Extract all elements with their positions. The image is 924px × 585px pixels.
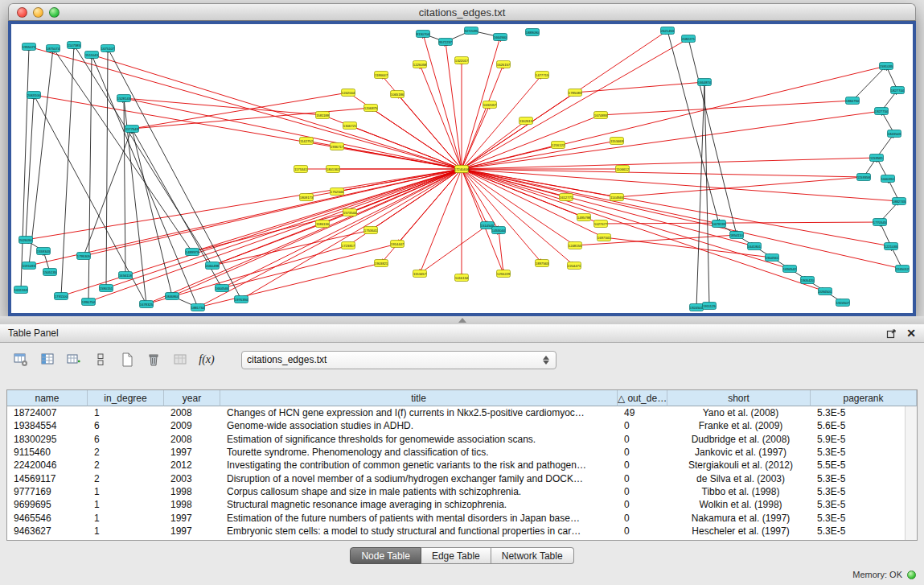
graph-edge[interactable] [601,222,880,224]
graph-node[interactable]: 1697341 [598,234,611,241]
create-table-icon[interactable] [117,350,137,369]
graph-node[interactable]: 1924501 [690,304,704,311]
tab-node-table[interactable]: Node Table [350,547,421,564]
graph-node[interactable]: 1175341 [294,166,308,173]
graph-node[interactable]: 1186647 [375,72,388,79]
graph-node[interactable]: 1675107 [101,45,115,52]
graph-edge[interactable] [106,48,108,288]
graph-edge[interactable] [575,82,704,93]
show-columns-icon[interactable] [38,350,57,369]
column-header-pagerank[interactable]: pagerank [811,390,917,406]
table-row[interactable]: 946362711997Embryonic stem cells: a mode… [7,525,905,538]
graph-node[interactable]: 1216122 [552,142,565,149]
window-titlebar[interactable]: citations_edges.txt [8,3,916,21]
graph-node[interactable]: 1016134 [455,274,469,282]
graph-node[interactable]: 1159358 [857,174,871,181]
graph-node[interactable]: 1306721 [343,122,357,130]
graph-node[interactable]: 1142752 [300,138,314,145]
graph-node[interactable]: 1631553 [14,286,28,294]
graph-node[interactable]: 2060498 [206,262,220,270]
graph-node[interactable]: 1027677 [594,220,608,228]
graph-edge[interactable] [146,169,462,304]
graph-node[interactable]: 1191093 [23,262,36,270]
graph-edge[interactable] [852,66,886,101]
graph-node[interactable]: 1897563 [536,260,549,267]
graph-edge[interactable] [29,169,462,266]
graph-edge[interactable] [34,95,462,169]
graph-node[interactable]: 1489973 [186,249,199,256]
graph-node[interactable]: 1641801 [748,243,762,250]
table-row[interactable]: 911546021997Tourette syndrome. Phenomeno… [7,446,905,459]
graph-node[interactable]: 1144946 [610,194,624,201]
graph-edge[interactable] [108,48,241,299]
function-builder-button[interactable]: f(x) [197,350,216,369]
graph-node[interactable]: 1477715 [536,72,549,79]
graph-edge[interactable] [192,212,350,252]
graph-node[interactable]: 1785083 [569,89,582,97]
graph-edge[interactable] [88,55,92,302]
graph-node[interactable]: 1674893 [594,112,608,119]
table-row[interactable]: 1830029562008Estimation of significance … [7,433,905,446]
graph-node[interactable]: 1581188 [316,112,330,119]
graph-node[interactable]: 1065186 [391,91,405,98]
graph-node[interactable]: 1914447 [391,241,405,248]
graph-node[interactable]: 1904941 [766,254,779,262]
graph-node[interactable]: 1801361 [326,166,340,173]
graph-edge[interactable] [132,129,172,296]
graph-edge[interactable] [462,169,542,263]
graph-node[interactable]: 1147385 [68,42,81,49]
table-options-icon[interactable] [11,350,31,369]
graph-node[interactable]: 1511043 [85,51,99,59]
graph-edge[interactable] [124,98,462,169]
graph-node[interactable]: 1162615 [519,117,533,125]
table-source-dropdown[interactable]: citations_edges.txt [241,351,556,369]
column-header-in_degree[interactable]: in_degree [88,390,164,406]
close-window-button[interactable] [17,7,27,18]
graph-edge[interactable] [696,82,704,307]
graph-node[interactable]: 1791100 [55,293,68,300]
graph-node[interactable]: 1694542 [783,266,797,273]
graph-edge[interactable] [53,48,192,252]
graph-node[interactable]: 1936717 [331,143,344,150]
splitter-handle-icon[interactable] [458,318,466,323]
graph-node[interactable]: 1656118 [119,272,133,279]
graph-edge[interactable] [462,158,877,169]
panel-splitter[interactable] [0,316,924,324]
graph-node[interactable]: 1770545 [873,219,887,226]
tab-network-table[interactable]: Network Table [491,547,574,564]
graph-node[interactable]: 1976394 [235,296,248,303]
graph-edge[interactable] [704,82,709,306]
graph-edge[interactable] [462,169,902,269]
graph-node[interactable]: 1753641 [364,227,378,234]
graph-node[interactable]: 1889090 [526,29,540,36]
graph-node[interactable]: 1884794 [846,97,860,105]
graph-edge[interactable] [29,48,53,266]
graph-node[interactable]: 1795305 [77,253,91,260]
graph-node[interactable]: 1242004 [342,89,355,97]
graph-edge[interactable] [462,169,503,274]
table-row[interactable]: 1456911722003Disruption of a novel membe… [7,472,905,484]
graph-node[interactable]: 1664874 [698,79,712,86]
graph-node[interactable]: 1495798 [577,214,591,221]
network-canvas[interactable]: 1724040611066121153469167489317850831477… [11,24,913,313]
graph-edge[interactable] [88,169,462,302]
graph-node[interactable]: 1911125 [703,303,717,310]
create-column-icon[interactable] [64,350,84,369]
graph-node[interactable]: 1664940 [494,34,507,41]
graph-node[interactable]: 1955073 [23,43,36,51]
graph-node[interactable]: 1159581 [870,154,884,162]
column-header-name[interactable]: name [7,390,88,406]
import-table-icon[interactable] [170,350,190,369]
graph-node[interactable]: 1723817 [342,242,355,249]
graph-node[interactable]: 1186136 [316,220,330,228]
graph-node[interactable]: 2204471 [568,262,581,270]
graph-node[interactable]: 8130704 [417,31,430,38]
graph-node[interactable]: 1177549 [125,126,139,133]
graph-node[interactable]: 2621453 [661,27,675,35]
graph-node[interactable]: 9272095 [465,27,478,35]
graph-node[interactable]: 1882745 [893,198,906,205]
graph-edge[interactable] [423,34,462,169]
row-options-icon[interactable] [91,350,110,369]
graph-node[interactable]: 1626157 [497,61,511,68]
graph-node[interactable]: 1752346 [331,188,344,196]
